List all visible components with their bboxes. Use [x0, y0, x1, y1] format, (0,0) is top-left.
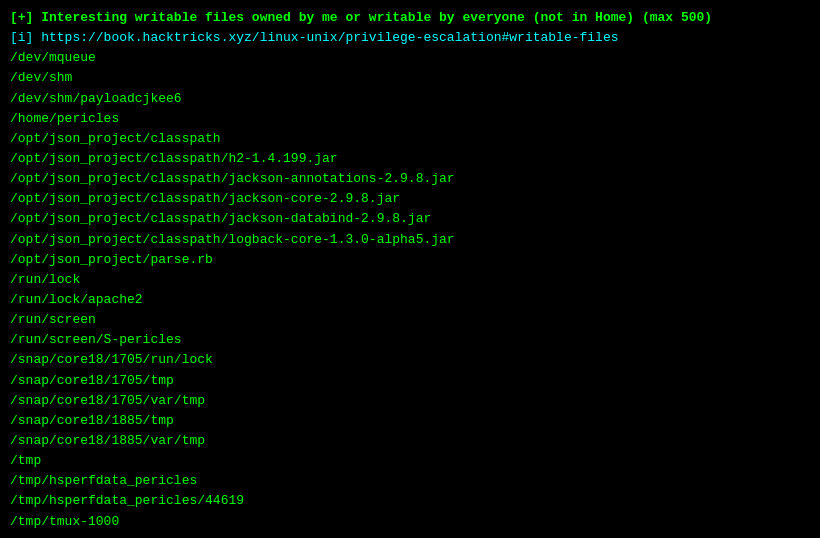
file-dev-shm-payload: /dev/shm/payloadcjkee6: [10, 89, 810, 109]
file-tmp-hsperfdata: /tmp/hsperfdata_pericles: [10, 471, 810, 491]
info-link: [i] https://book.hacktricks.xyz/linux-un…: [10, 28, 810, 48]
file-run-lock-apache: /run/lock/apache2: [10, 290, 810, 310]
file-run-screen-s: /run/screen/S-pericles: [10, 330, 810, 350]
file-snap-1885-tmp: /snap/core18/1885/tmp: [10, 411, 810, 431]
file-run-screen: /run/screen: [10, 310, 810, 330]
file-snap-1705-lock: /snap/core18/1705/run/lock: [10, 350, 810, 370]
file-opt-h2: /opt/json_project/classpath/h2-1.4.199.j…: [10, 149, 810, 169]
terminal-output: [+] Interesting writable files owned by …: [10, 8, 810, 538]
file-tmp-tmux: /tmp/tmux-1000: [10, 512, 810, 532]
file-dev-mqueue: /dev/mqueue: [10, 48, 810, 68]
file-usr-bin-timer: /usr/bin/timer_backup.sh: [10, 532, 810, 538]
header-line-1: [+] Interesting writable files owned by …: [10, 8, 810, 28]
file-snap-1885-var-tmp: /snap/core18/1885/var/tmp: [10, 431, 810, 451]
file-run-lock: /run/lock: [10, 270, 810, 290]
file-home-pericles: /home/pericles: [10, 109, 810, 129]
file-opt-parse: /opt/json_project/parse.rb: [10, 250, 810, 270]
file-opt-jackson-ann: /opt/json_project/classpath/jackson-anno…: [10, 169, 810, 189]
file-opt-jackson-db: /opt/json_project/classpath/jackson-data…: [10, 209, 810, 229]
file-tmp-hsperfdata-44619: /tmp/hsperfdata_pericles/44619: [10, 491, 810, 511]
file-snap-1705-var-tmp: /snap/core18/1705/var/tmp: [10, 391, 810, 411]
file-tmp: /tmp: [10, 451, 810, 471]
file-opt-classpath: /opt/json_project/classpath: [10, 129, 810, 149]
file-opt-jackson-core: /opt/json_project/classpath/jackson-core…: [10, 189, 810, 209]
file-snap-1705-tmp: /snap/core18/1705/tmp: [10, 371, 810, 391]
file-dev-shm: /dev/shm: [10, 68, 810, 88]
file-opt-logback: /opt/json_project/classpath/logback-core…: [10, 230, 810, 250]
